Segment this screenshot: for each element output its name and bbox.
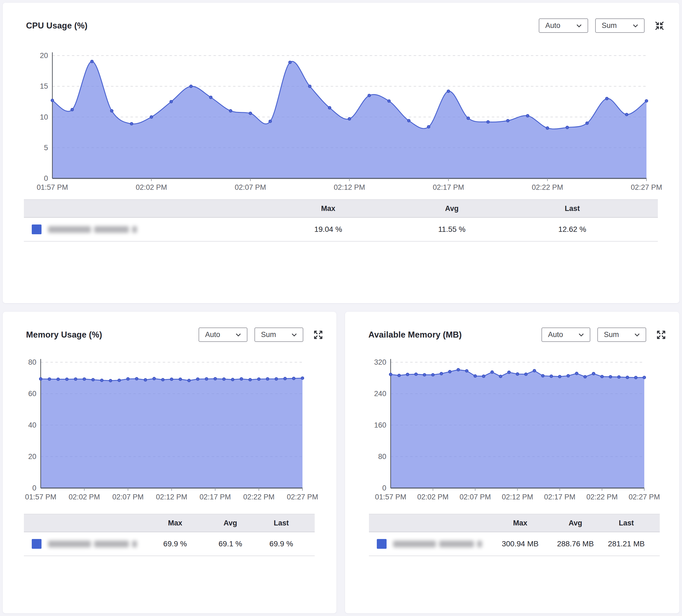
svg-text:01:57 PM: 01:57 PM <box>37 183 68 191</box>
svg-text:160: 160 <box>374 421 386 429</box>
svg-text:0: 0 <box>32 484 36 492</box>
interval-select-value: Auto <box>548 331 563 339</box>
svg-text:15: 15 <box>40 82 48 90</box>
spacer-cell <box>651 532 660 556</box>
last-value: 12.62 % <box>512 217 632 241</box>
table-row[interactable]: 69.9 % 69.1 % 69.9 % <box>24 532 315 556</box>
svg-text:20: 20 <box>40 51 48 60</box>
chevron-down-icon <box>235 331 242 338</box>
svg-text:5: 5 <box>44 144 48 152</box>
avg-value: 11.55 % <box>391 217 512 241</box>
svg-text:0: 0 <box>44 174 48 183</box>
spacer-column-header <box>632 199 658 217</box>
table-header-row: Max Avg Last <box>24 199 658 217</box>
panel-available-memory: Available Memory (MB) Auto Sum 320240160… <box>345 312 679 613</box>
avg-value: 69.1 % <box>204 532 257 556</box>
max-value: 69.9 % <box>146 532 204 556</box>
svg-text:40: 40 <box>28 421 36 429</box>
spacer-column-header <box>651 514 660 532</box>
interval-select[interactable]: Auto <box>542 328 590 342</box>
page-title: Available Memory (MB) <box>368 330 462 340</box>
table-row[interactable]: 19.04 % 11.55 % 12.62 % <box>24 217 658 241</box>
memory-legend-table: Max Avg Last 69.9 % 69.1 % 69.9 % <box>24 514 315 556</box>
series-color-swatch <box>32 539 42 549</box>
chevron-down-icon <box>632 22 639 29</box>
svg-text:02:02 PM: 02:02 PM <box>136 183 167 191</box>
max-column-header: Max <box>146 514 204 532</box>
max-column-header: Max <box>265 199 391 217</box>
interval-select[interactable]: Auto <box>199 328 247 342</box>
series-name-cell <box>24 532 146 556</box>
table-header-row: Max Avg Last <box>24 514 315 532</box>
aggregation-select[interactable]: Sum <box>595 19 644 33</box>
panel-controls: Auto Sum <box>199 328 324 342</box>
series-name-blurred <box>48 226 137 233</box>
last-value: 69.9 % <box>257 532 306 556</box>
chevron-down-icon <box>633 331 641 338</box>
last-value: 281.21 MB <box>602 532 651 556</box>
collapse-panel-button[interactable] <box>653 20 666 32</box>
last-column-header: Last <box>257 514 306 532</box>
series-color-swatch <box>377 539 387 549</box>
svg-text:02:02 PM: 02:02 PM <box>69 493 100 501</box>
collapse-icon <box>654 21 665 31</box>
expand-panel-button[interactable] <box>655 329 667 341</box>
svg-text:320: 320 <box>374 358 386 366</box>
series-column-header <box>369 514 491 532</box>
avg-value: 288.76 MB <box>549 532 602 556</box>
series-column-header <box>24 514 146 532</box>
cpu-usage-chart[interactable]: 2015105001:57 PM02:02 PM02:07 PM02:12 PM… <box>19 46 667 198</box>
svg-text:02:12 PM: 02:12 PM <box>502 493 533 501</box>
aggregation-select-value: Sum <box>604 331 619 339</box>
series-color-swatch <box>32 224 42 234</box>
svg-text:02:27 PM: 02:27 PM <box>631 183 662 191</box>
panel-header: Memory Usage (%) Auto Sum <box>3 312 336 342</box>
expand-panel-button[interactable] <box>312 329 324 341</box>
table-row[interactable]: 300.94 MB 288.76 MB 281.21 MB <box>369 532 660 556</box>
chevron-down-icon <box>291 331 298 338</box>
series-name-blurred <box>48 541 137 547</box>
spacer-cell <box>306 532 315 556</box>
series-name-cell <box>369 532 491 556</box>
panel-controls: Auto Sum <box>542 328 667 342</box>
svg-text:02:22 PM: 02:22 PM <box>532 183 563 191</box>
svg-text:02:17 PM: 02:17 PM <box>544 493 576 501</box>
spacer-column-header <box>306 514 315 532</box>
panel-cpu-usage: CPU Usage (%) Auto Sum 2015105001:57 PM0… <box>3 3 679 303</box>
chevron-down-icon <box>575 22 583 29</box>
chevron-down-icon <box>577 331 585 338</box>
max-value: 300.94 MB <box>491 532 549 556</box>
svg-text:02:12 PM: 02:12 PM <box>334 183 365 191</box>
last-column-header: Last <box>602 514 651 532</box>
svg-text:80: 80 <box>378 452 386 460</box>
svg-text:80: 80 <box>28 358 36 366</box>
aggregation-select[interactable]: Sum <box>597 328 646 342</box>
svg-text:02:22 PM: 02:22 PM <box>586 493 618 501</box>
aggregation-select[interactable]: Sum <box>254 328 303 342</box>
svg-text:0: 0 <box>382 484 386 492</box>
svg-text:02:07 PM: 02:07 PM <box>112 493 144 501</box>
avg-column-header: Avg <box>391 199 512 217</box>
svg-text:02:27 PM: 02:27 PM <box>287 493 318 501</box>
expand-icon <box>656 330 666 340</box>
aggregation-select-value: Sum <box>602 21 617 30</box>
svg-text:02:17 PM: 02:17 PM <box>200 493 231 501</box>
expand-icon <box>313 330 323 340</box>
table-header-row: Max Avg Last <box>369 514 660 532</box>
memory-usage-chart[interactable]: 80604020001:57 PM02:02 PM02:07 PM02:12 P… <box>11 350 331 507</box>
svg-text:02:07 PM: 02:07 PM <box>459 493 491 501</box>
page-title: Memory Usage (%) <box>26 330 102 340</box>
series-name-blurred <box>393 541 482 547</box>
spacer-cell <box>632 217 658 241</box>
interval-select[interactable]: Auto <box>539 19 588 33</box>
page-title: CPU Usage (%) <box>26 21 88 31</box>
panel-header: CPU Usage (%) Auto Sum <box>3 3 679 33</box>
svg-text:02:22 PM: 02:22 PM <box>243 493 275 501</box>
available-memory-chart[interactable]: 32024016080001:57 PM02:02 PM02:07 PM02:1… <box>353 350 673 507</box>
svg-text:02:27 PM: 02:27 PM <box>629 493 660 501</box>
cpu-legend-table: Max Avg Last 19.04 % 11.55 % 12.62 % <box>24 199 658 242</box>
svg-text:10: 10 <box>40 113 48 121</box>
svg-text:02:12 PM: 02:12 PM <box>156 493 187 501</box>
max-value: 19.04 % <box>265 217 391 241</box>
svg-text:20: 20 <box>28 452 36 460</box>
